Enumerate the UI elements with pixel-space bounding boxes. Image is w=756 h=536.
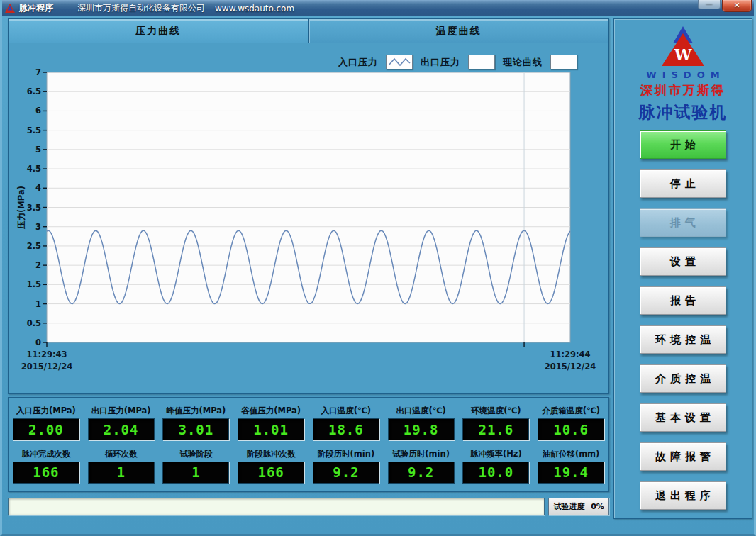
svg-text:2015/12/24: 2015/12/24: [21, 362, 72, 372]
progress-label: 试验进度: [553, 501, 584, 512]
stat-cycle-count: 循环次数1: [84, 449, 159, 484]
stat-label-cycle-count: 循环次数: [105, 449, 138, 459]
stat-value-stage-pulse-count: 166: [238, 462, 304, 484]
progress-label-box: 试验进度 0%: [548, 498, 609, 515]
svg-text:2015/12/24: 2015/12/24: [545, 362, 596, 372]
stat-value-pulse-completed-count: 166: [13, 462, 79, 484]
stat-value-inlet-pressure: 2.00: [13, 418, 79, 440]
settings-button[interactable]: 设置: [640, 247, 726, 276]
svg-text:1: 1: [35, 299, 41, 309]
brand-product-text: 脉冲试验机: [614, 101, 752, 123]
stat-value-medium-tank-temperature: 10.6: [538, 418, 604, 440]
ambient-temp-control-button[interactable]: 环境控温: [640, 325, 726, 354]
stats-panel: 入口压力(MPa)2.00出口压力(MPa)2.04峰值压力(MPa)3.01谷…: [8, 397, 609, 492]
stat-inlet-pressure: 入口压力(MPa)2.00: [9, 406, 84, 440]
legend-label-inlet-pressure: 入口压力: [338, 56, 378, 69]
stat-value-test-stage: 1: [162, 462, 229, 484]
minimize-button[interactable]: —: [698, 0, 721, 9]
stat-valley-pressure: 谷值压力(MPa)1.01: [233, 406, 308, 440]
stat-label-valley-pressure: 谷值压力(MPa): [241, 406, 301, 416]
svg-text:2.5: 2.5: [27, 241, 41, 251]
tab-pressure-curve[interactable]: 压力曲线: [9, 19, 309, 43]
svg-text:11:29:43: 11:29:43: [26, 350, 67, 359]
brand-company-text: 深圳市万斯得: [614, 82, 752, 99]
legend-swatch-inlet-pressure[interactable]: [386, 55, 413, 69]
stat-label-pulse-completed-count: 脉冲完成次数: [21, 449, 70, 459]
stat-test-elapsed-time: 试验历时(min)9.2: [384, 449, 459, 484]
pressure-chart: 00.511.522.533.544.555.566.57压力(MPa)11:2…: [9, 44, 610, 395]
stat-value-test-elapsed-time: 9.2: [388, 462, 455, 484]
window-title-website: www.wsdauto.com: [215, 4, 294, 13]
stat-value-cylinder-displacement: 19.4: [538, 462, 604, 484]
svg-text:0.5: 0.5: [27, 318, 41, 328]
legend-swatch-outlet-pressure[interactable]: [468, 55, 495, 69]
stat-value-inlet-temperature: 18.6: [313, 418, 379, 440]
tab-bar: 压力曲线温度曲线: [9, 19, 608, 43]
stat-medium-tank-temperature: 介质箱温度(℃)10.6: [533, 406, 608, 440]
brand-wisdom-text: WISDOM: [614, 69, 752, 80]
stat-label-ambient-temperature: 环境温度(℃): [471, 406, 521, 416]
sidebar-buttons: 开始停止排气设置报告环境控温介质控温基本设置故障报警退出程序: [614, 130, 752, 510]
stat-value-peak-pressure: 3.01: [162, 418, 229, 440]
start-button[interactable]: 开始: [640, 130, 726, 159]
stat-inlet-temperature: 入口温度(℃)18.6: [308, 406, 384, 440]
stat-peak-pressure: 峰值压力(MPa)3.01: [159, 406, 234, 440]
svg-text:3: 3: [35, 222, 41, 232]
stats-row-1: 入口压力(MPa)2.00出口压力(MPa)2.04峰值压力(MPa)3.01谷…: [9, 406, 608, 440]
legend-label-theoretical-curve: 理论曲线: [503, 56, 543, 69]
stat-label-outlet-pressure: 出口压力(MPa): [91, 406, 151, 416]
window-title-app: 脉冲程序: [19, 2, 53, 14]
wisdom-triangle-logo-icon: W: [657, 25, 708, 69]
svg-text:3.5: 3.5: [27, 203, 41, 213]
title-bar: 脉冲程序 深圳市万斯得自动化设备有限公司 www.wsdauto.com — ✕: [0, 0, 756, 16]
window-title-company: 深圳市万斯得自动化设备有限公司: [77, 2, 205, 14]
exit-program-button[interactable]: 退出程序: [640, 481, 726, 510]
stat-cylinder-displacement: 油缸位移(mm)19.4: [533, 449, 608, 484]
legend-swatch-theoretical-curve[interactable]: [550, 55, 577, 69]
stat-value-cycle-count: 1: [88, 462, 155, 484]
basic-settings-button[interactable]: 基本设置: [640, 403, 726, 432]
stat-value-pulse-frequency: 10.0: [462, 462, 529, 484]
app-window: 脉冲程序 深圳市万斯得自动化设备有限公司 www.wsdauto.com — ✕…: [0, 0, 756, 536]
svg-text:0: 0: [35, 337, 41, 347]
stat-pulse-completed-count: 脉冲完成次数166: [9, 449, 84, 484]
stat-label-outlet-temperature: 出口温度(℃): [396, 406, 445, 416]
stat-outlet-pressure: 出口压力(MPa)2.04: [84, 406, 159, 440]
app-triangle-icon: [5, 4, 15, 13]
stat-stage-elapsed-time: 阶段历时(min)9.2: [308, 449, 384, 484]
stop-button[interactable]: 停止: [640, 169, 726, 198]
stat-test-stage: 试验阶段1: [159, 449, 234, 484]
svg-text:7: 7: [35, 67, 41, 77]
svg-text:6: 6: [35, 106, 41, 116]
chart-panel: 压力曲线温度曲线 入口压力出口压力理论曲线 00.511.522.533.544…: [8, 18, 609, 394]
stat-label-stage-pulse-count: 阶段脉冲次数: [247, 449, 296, 459]
stat-value-outlet-temperature: 19.8: [388, 418, 455, 440]
svg-text:4.5: 4.5: [27, 164, 41, 174]
fault-alarm-button[interactable]: 故障报警: [640, 442, 726, 471]
stat-value-ambient-temperature: 21.6: [462, 418, 529, 440]
stat-label-inlet-temperature: 入口温度(℃): [321, 406, 371, 416]
stat-label-medium-tank-temperature: 介质箱温度(℃): [542, 406, 600, 416]
stat-pulse-frequency: 脉冲频率(Hz)10.0: [459, 449, 534, 484]
report-button[interactable]: 报告: [640, 286, 726, 315]
svg-text:11:29:44: 11:29:44: [550, 350, 590, 359]
close-button[interactable]: ✕: [722, 0, 752, 12]
stat-label-inlet-pressure: 入口压力(MPa): [16, 406, 76, 416]
svg-text:4: 4: [35, 183, 41, 193]
svg-text:5.5: 5.5: [27, 125, 41, 135]
svg-text:压力(MPa): 压力(MPa): [16, 186, 26, 230]
stat-outlet-temperature: 出口温度(℃)19.8: [384, 406, 459, 440]
brand-block: W WISDOM 深圳市万斯得 脉冲试验机: [614, 25, 752, 123]
svg-text:2: 2: [35, 260, 41, 270]
window-controls: — ✕: [698, 0, 752, 12]
svg-text:6.5: 6.5: [27, 86, 41, 96]
svg-text:1.5: 1.5: [27, 279, 41, 289]
stat-label-pulse-frequency: 脉冲频率(Hz): [470, 449, 522, 459]
stat-value-valley-pressure: 1.01: [238, 418, 304, 440]
stats-row-2: 脉冲完成次数166循环次数1试验阶段1阶段脉冲次数166阶段历时(min)9.2…: [9, 449, 608, 484]
stat-stage-pulse-count: 阶段脉冲次数166: [233, 449, 308, 484]
stat-label-stage-elapsed-time: 阶段历时(min): [318, 449, 375, 459]
chart-legend: 入口压力出口压力理论曲线: [338, 55, 577, 69]
tab-temperature-curve[interactable]: 温度曲线: [309, 19, 609, 43]
medium-temp-control-button[interactable]: 介质控温: [640, 364, 726, 393]
